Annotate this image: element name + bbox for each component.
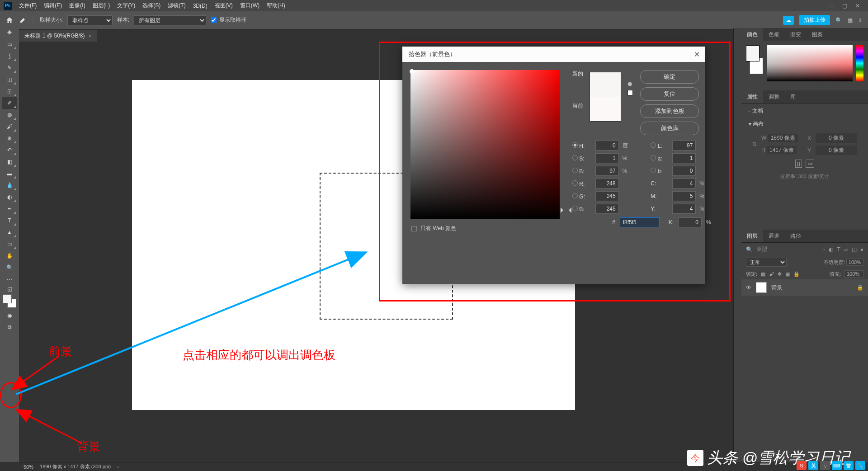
h-input[interactable] xyxy=(595,141,619,151)
blend-mode-select[interactable]: 正常 xyxy=(746,258,787,267)
dialog-title-bar[interactable]: 拾色器（前景色） ✕ xyxy=(402,47,705,62)
g-input[interactable] xyxy=(595,191,619,201)
lock-nest-icon[interactable]: ▦ xyxy=(785,271,790,277)
layer-filter-kind[interactable]: 类型 xyxy=(756,245,767,253)
color-picker-dialog[interactable]: 拾色器（前景色） ✕ 只有 Web 颜色 新的 当前 xyxy=(402,47,705,284)
layer-name[interactable]: 背景 xyxy=(771,284,782,292)
a-input[interactable] xyxy=(672,153,696,163)
l-radio[interactable] xyxy=(651,142,656,148)
portrait-icon[interactable]: ▯ xyxy=(795,160,802,168)
home-icon[interactable] xyxy=(5,16,14,24)
lasso-tool[interactable]: ⟆ xyxy=(2,50,17,62)
zoom-tool[interactable]: 🔍 xyxy=(2,262,17,273)
tab-patterns[interactable]: 图案 xyxy=(807,28,828,41)
lock-trans-icon[interactable]: ▩ xyxy=(761,271,765,277)
screen-mode-tool[interactable]: ⧉ xyxy=(2,321,17,333)
tab-channels[interactable]: 通道 xyxy=(763,230,785,242)
close-icon[interactable]: ✕ xyxy=(694,50,700,59)
menu-help[interactable]: 帮助(H) xyxy=(263,2,289,9)
tab-libraries[interactable]: 库 xyxy=(785,90,801,103)
path-select-tool[interactable]: ▲ xyxy=(2,226,17,238)
r-radio[interactable] xyxy=(572,180,578,186)
ime-punct-icon[interactable]: ·, xyxy=(820,461,830,470)
quick-select-tool[interactable]: ✎ xyxy=(2,62,17,74)
healing-tool[interactable]: ◍ xyxy=(2,109,17,121)
history-brush-tool[interactable]: ↶ xyxy=(2,144,17,156)
menu-select[interactable]: 选择(S) xyxy=(139,2,164,9)
link-icon[interactable]: ⇅ xyxy=(752,141,757,147)
filter-type-icon[interactable]: T xyxy=(837,246,840,253)
tab-properties[interactable]: 属性 xyxy=(741,90,763,103)
upload-button[interactable]: 拍抽上传 xyxy=(799,15,830,25)
tab-adjustments[interactable]: 调整 xyxy=(763,90,785,103)
sv-field[interactable] xyxy=(410,70,560,219)
type-tool[interactable]: T xyxy=(2,215,17,226)
close-tab-icon[interactable]: × xyxy=(89,33,92,39)
zoom-level[interactable]: 50% xyxy=(24,464,33,470)
show-ring-checkbox[interactable] xyxy=(211,17,217,23)
landscape-icon[interactable]: ▭ xyxy=(806,160,814,168)
fg-bg-swatches[interactable] xyxy=(3,294,16,308)
tab-layers[interactable]: 图层 xyxy=(741,230,763,242)
minimize-icon[interactable]: — xyxy=(829,3,834,9)
collapsed-panel-strip[interactable] xyxy=(733,28,741,462)
gradient-tool[interactable]: ▬ xyxy=(2,168,17,179)
h-value[interactable]: 1417 像素 xyxy=(767,146,797,154)
b2-input[interactable] xyxy=(672,166,696,176)
eraser-tool[interactable]: ◧ xyxy=(2,156,17,168)
k-input[interactable] xyxy=(678,217,702,227)
ime-tool-icon[interactable]: 🔧 xyxy=(855,461,865,470)
blur-tool[interactable]: 💧 xyxy=(2,179,17,191)
tab-color[interactable]: 颜色 xyxy=(741,28,763,41)
stamp-tool[interactable]: ⊕ xyxy=(2,132,17,144)
ime-kb-icon[interactable]: ⌨ xyxy=(832,461,842,470)
sv-cursor[interactable] xyxy=(410,69,414,74)
menu-window[interactable]: 窗口(W) xyxy=(236,2,263,9)
menu-edit[interactable]: 编辑(E) xyxy=(40,2,66,9)
menu-3d[interactable]: 3D(D) xyxy=(189,3,211,9)
hex-input[interactable] xyxy=(620,217,660,227)
filter-icon[interactable]: 🔍 xyxy=(746,246,753,253)
bb2-radio[interactable] xyxy=(651,168,656,173)
visibility-icon[interactable]: 👁 xyxy=(746,284,751,291)
menu-layer[interactable]: 图层(L) xyxy=(89,2,114,9)
y-input[interactable] xyxy=(672,204,696,214)
status-chevron-icon[interactable]: › xyxy=(117,464,119,470)
lock-pos-icon[interactable]: ✥ xyxy=(778,271,782,277)
reset-button[interactable]: 复位 xyxy=(640,87,699,101)
ime-en-icon[interactable]: 英 xyxy=(808,461,818,470)
y-value[interactable]: 0 像素 xyxy=(816,146,857,155)
tab-swatches[interactable]: 色板 xyxy=(763,28,785,41)
move-tool[interactable]: ✥ xyxy=(2,27,17,38)
m-input[interactable] xyxy=(672,191,696,201)
workspace-icon[interactable]: ▦ xyxy=(848,17,853,24)
ime-skin-icon[interactable]: 👕 xyxy=(844,461,854,470)
w-value[interactable]: 1890 像素 xyxy=(768,134,798,142)
maximize-icon[interactable]: ▢ xyxy=(842,3,847,9)
add-swatch-button[interactable]: 添加到色板 xyxy=(640,104,699,118)
filter-adj-icon[interactable]: ◐ xyxy=(829,246,833,253)
hue-strip[interactable] xyxy=(856,45,863,81)
a-radio[interactable] xyxy=(651,155,656,160)
default-colors-icon[interactable]: ◱ xyxy=(2,285,17,292)
frame-tool[interactable]: ⊡ xyxy=(2,85,17,97)
cube-warning-icon[interactable]: ⬢ xyxy=(627,81,634,87)
share-icon[interactable]: ⇪ xyxy=(858,17,863,24)
x-value[interactable]: 0 像素 xyxy=(816,133,857,143)
search-icon[interactable]: 🔍 xyxy=(835,17,842,24)
g-radio[interactable] xyxy=(572,193,578,198)
r-input[interactable] xyxy=(595,179,619,188)
tab-paths[interactable]: 路径 xyxy=(785,230,807,242)
tab-gradients[interactable]: 渐变 xyxy=(785,28,807,41)
menu-filter[interactable]: 滤镜(T) xyxy=(164,2,189,9)
color-spectrum[interactable] xyxy=(767,45,853,81)
bv-radio[interactable] xyxy=(572,168,578,173)
new-current-swatches[interactable] xyxy=(590,72,621,122)
menu-image[interactable]: 图像(I) xyxy=(66,2,89,9)
eyedropper-tool[interactable]: ✐ xyxy=(2,97,17,109)
marquee-tool[interactable]: ▭ xyxy=(2,38,17,50)
pen-tool[interactable]: ✒ xyxy=(2,203,17,215)
filter-shape-icon[interactable]: ▱ xyxy=(844,246,848,253)
bb-radio[interactable] xyxy=(572,206,578,211)
tiny-swatch[interactable] xyxy=(627,90,633,95)
